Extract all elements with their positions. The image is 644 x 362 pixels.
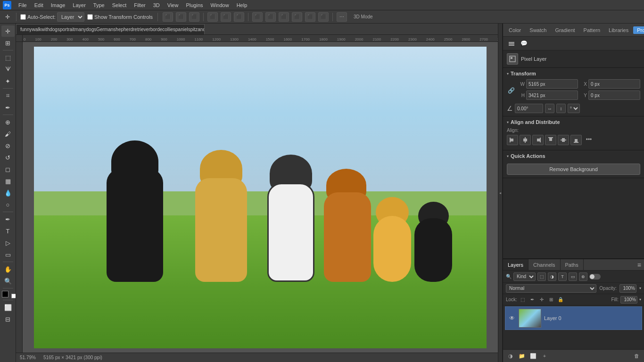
- tool-mode-select[interactable]: Layer: [57, 12, 84, 22]
- filter-text-btn[interactable]: T: [558, 272, 567, 281]
- tab-pattern[interactable]: Pattern: [580, 26, 604, 34]
- filter-kind-select[interactable]: Kind: [513, 272, 536, 281]
- align-bottom-edge-btn[interactable]: [570, 135, 582, 145]
- lock-brush-btn[interactable]: ✒: [528, 296, 536, 304]
- move-tool[interactable]: ✛: [1, 25, 15, 37]
- filter-adjustment-btn[interactable]: ◑: [548, 272, 556, 281]
- layers-panel-expand-btn[interactable]: ≡: [635, 261, 644, 269]
- tab-color[interactable]: Color: [505, 26, 525, 34]
- quick-mask-tool[interactable]: ⬜: [1, 302, 15, 313]
- new-layer-btn[interactable]: +: [540, 352, 549, 360]
- eyedropper-tool[interactable]: ✒: [1, 102, 15, 113]
- flip-horizontal-btn[interactable]: ↔: [545, 104, 554, 113]
- align-right-edge-btn[interactable]: [532, 135, 544, 145]
- align-h-center-btn[interactable]: [520, 135, 531, 145]
- opacity-input[interactable]: [619, 284, 636, 293]
- zoom-tool[interactable]: 🔍: [1, 275, 15, 287]
- menu-filter[interactable]: Filter: [131, 1, 149, 9]
- document-tab[interactable]: funnywalkwithdogsportraitmanydogsGermans…: [16, 24, 205, 34]
- menu-type[interactable]: Type: [90, 1, 108, 9]
- artboard-tool[interactable]: ⊞: [1, 37, 15, 49]
- transform-section-header[interactable]: ▾ Transform: [507, 71, 640, 76]
- hand-tool[interactable]: ✋: [1, 263, 15, 275]
- eraser-tool[interactable]: ◻: [1, 164, 15, 175]
- lock-position-btn[interactable]: ✛: [538, 296, 545, 304]
- layer-0-visibility-btn[interactable]: 👁: [508, 314, 516, 322]
- fill-chevron[interactable]: ▾: [639, 297, 641, 302]
- align-v-center-btn[interactable]: [558, 135, 569, 145]
- filter-pixel-btn[interactable]: ⬚: [537, 272, 546, 281]
- menu-edit[interactable]: Edit: [31, 1, 47, 9]
- add-adjustment-layer-btn[interactable]: ◑: [506, 352, 515, 360]
- angle-input[interactable]: [515, 104, 543, 113]
- magic-wand-tool[interactable]: ✦: [1, 75, 15, 87]
- distribute-bottom-btn[interactable]: ⬛: [318, 12, 329, 22]
- menu-help[interactable]: Help: [233, 1, 251, 9]
- dodge-tool[interactable]: ○: [1, 199, 15, 210]
- align-center-v-btn[interactable]: ⬛: [221, 12, 231, 22]
- lasso-tool[interactable]: ᗐ: [1, 64, 15, 75]
- blur-tool[interactable]: 💧: [1, 187, 15, 198]
- distribute-top-btn[interactable]: ⬛: [292, 12, 302, 22]
- opacity-chevron[interactable]: ▾: [639, 286, 641, 290]
- lock-artboard-btn[interactable]: ⊞: [547, 296, 555, 304]
- channels-tab[interactable]: Channels: [528, 259, 560, 270]
- filter-shape-btn[interactable]: ▭: [569, 272, 577, 281]
- panel-collapse-btn[interactable]: ◂: [498, 24, 503, 362]
- blend-mode-select[interactable]: Normal: [506, 284, 596, 293]
- menu-layer[interactable]: Layer: [69, 1, 89, 9]
- align-bottom-btn[interactable]: ⬛: [234, 12, 244, 22]
- stamp-tool[interactable]: ⊘: [1, 140, 15, 151]
- flip-vertical-btn[interactable]: ↕: [556, 104, 566, 113]
- layer-0-row[interactable]: 👁 Layer 0: [505, 306, 642, 330]
- x-input[interactable]: [588, 79, 640, 89]
- more-align-btn[interactable]: •••: [583, 135, 594, 144]
- quick-actions-header[interactable]: ▾ Quick Actions: [507, 153, 640, 159]
- align-top-edge-btn[interactable]: [545, 135, 556, 145]
- align-top-btn[interactable]: ⬛: [207, 12, 218, 22]
- angle-unit-select[interactable]: °: [568, 104, 580, 113]
- text-tool[interactable]: T: [1, 225, 15, 237]
- align-right-btn[interactable]: ⬛: [189, 12, 199, 22]
- layers-icon[interactable]: [507, 39, 516, 48]
- menu-select[interactable]: Select: [109, 1, 130, 9]
- add-group-btn[interactable]: 📁: [517, 352, 527, 360]
- delete-layer-btn[interactable]: 🗑: [632, 352, 641, 360]
- h-input[interactable]: [526, 90, 578, 100]
- lock-all-btn[interactable]: 🔒: [557, 296, 564, 304]
- background-color[interactable]: [11, 294, 16, 298]
- tab-gradient[interactable]: Gradient: [551, 26, 578, 34]
- transform-controls-checkbox[interactable]: [87, 14, 93, 20]
- align-left-btn[interactable]: ⬛: [163, 12, 173, 22]
- chat-icon[interactable]: 💬: [519, 39, 528, 48]
- layers-tab[interactable]: Layers: [503, 259, 528, 270]
- screen-mode-tool[interactable]: ⊟: [1, 313, 15, 325]
- gradient-tool[interactable]: ▦: [1, 175, 15, 187]
- tab-swatch[interactable]: Swatch: [526, 26, 550, 34]
- menu-window[interactable]: Window: [207, 1, 232, 9]
- align-left-edge-btn[interactable]: [507, 135, 518, 145]
- crop-tool[interactable]: ⌗: [1, 90, 15, 101]
- menu-3d[interactable]: 3D: [150, 1, 163, 9]
- distribute-center-h-btn[interactable]: ⬛: [265, 12, 276, 22]
- menu-file[interactable]: File: [15, 1, 30, 9]
- distribute-left-btn[interactable]: ⬛: [252, 12, 263, 22]
- add-mask-btn[interactable]: ⬜: [528, 352, 538, 360]
- history-brush-tool[interactable]: ↺: [1, 152, 15, 163]
- filter-smart-btn[interactable]: ⊛: [579, 272, 587, 281]
- menu-plugins[interactable]: Plugins: [182, 1, 206, 9]
- brush-tool[interactable]: 🖌: [1, 128, 15, 140]
- menu-view[interactable]: View: [164, 1, 182, 9]
- shape-tool[interactable]: ▭: [1, 249, 15, 260]
- tab-properties[interactable]: Properties: [633, 26, 644, 34]
- y-input[interactable]: [588, 90, 640, 100]
- link-proportions-icon[interactable]: 🔗: [507, 86, 515, 95]
- remove-background-btn[interactable]: Remove Background: [507, 164, 640, 175]
- paths-tab[interactable]: Paths: [561, 259, 584, 270]
- color-swatches[interactable]: [1, 290, 15, 298]
- distribute-right-btn[interactable]: ⬛: [279, 12, 289, 22]
- align-center-h-btn[interactable]: ⬛: [176, 12, 186, 22]
- canvas-image[interactable]: [34, 47, 487, 348]
- tab-libraries[interactable]: Libraries: [605, 26, 632, 34]
- foreground-color[interactable]: [2, 291, 8, 297]
